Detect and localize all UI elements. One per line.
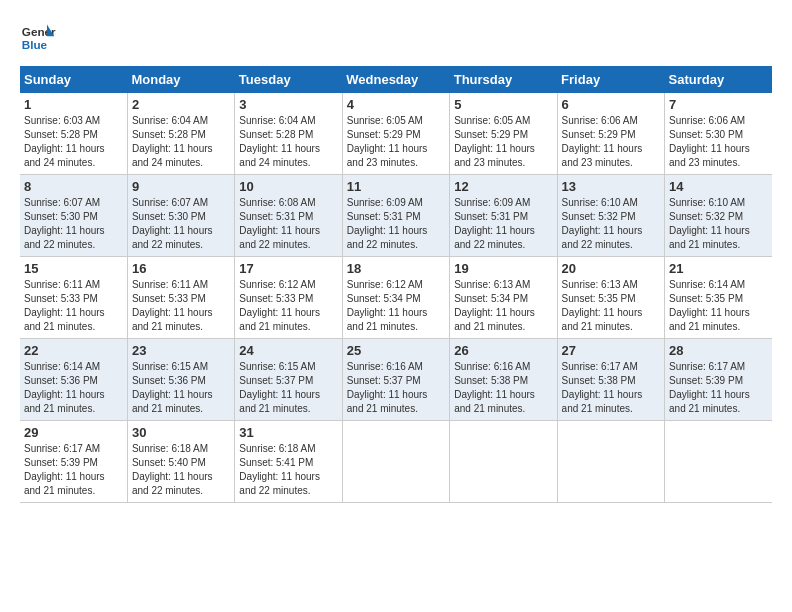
day-info: Sunrise: 6:09 AM Sunset: 5:31 PM Dayligh… (454, 196, 552, 252)
calendar-cell: 16 Sunrise: 6:11 AM Sunset: 5:33 PM Dayl… (127, 257, 234, 339)
day-info: Sunrise: 6:16 AM Sunset: 5:37 PM Dayligh… (347, 360, 445, 416)
week-row-3: 15 Sunrise: 6:11 AM Sunset: 5:33 PM Dayl… (20, 257, 772, 339)
logo: General Blue (20, 20, 56, 56)
day-info: Sunrise: 6:14 AM Sunset: 5:35 PM Dayligh… (669, 278, 768, 334)
week-row-5: 29 Sunrise: 6:17 AM Sunset: 5:39 PM Dayl… (20, 421, 772, 503)
logo-icon: General Blue (20, 20, 56, 56)
day-info: Sunrise: 6:05 AM Sunset: 5:29 PM Dayligh… (347, 114, 445, 170)
day-number: 28 (669, 343, 768, 358)
day-info: Sunrise: 6:15 AM Sunset: 5:37 PM Dayligh… (239, 360, 337, 416)
day-number: 31 (239, 425, 337, 440)
day-info: Sunrise: 6:06 AM Sunset: 5:30 PM Dayligh… (669, 114, 768, 170)
day-number: 11 (347, 179, 445, 194)
day-info: Sunrise: 6:04 AM Sunset: 5:28 PM Dayligh… (132, 114, 230, 170)
calendar-cell: 3 Sunrise: 6:04 AM Sunset: 5:28 PM Dayli… (235, 93, 342, 175)
day-info: Sunrise: 6:05 AM Sunset: 5:29 PM Dayligh… (454, 114, 552, 170)
week-row-2: 8 Sunrise: 6:07 AM Sunset: 5:30 PM Dayli… (20, 175, 772, 257)
day-number: 16 (132, 261, 230, 276)
day-number: 22 (24, 343, 123, 358)
day-number: 29 (24, 425, 123, 440)
header-day-friday: Friday (557, 66, 664, 93)
page-header: General Blue (20, 20, 772, 56)
day-number: 10 (239, 179, 337, 194)
day-info: Sunrise: 6:04 AM Sunset: 5:28 PM Dayligh… (239, 114, 337, 170)
day-number: 3 (239, 97, 337, 112)
calendar-cell: 24 Sunrise: 6:15 AM Sunset: 5:37 PM Dayl… (235, 339, 342, 421)
day-info: Sunrise: 6:17 AM Sunset: 5:39 PM Dayligh… (669, 360, 768, 416)
calendar-cell: 14 Sunrise: 6:10 AM Sunset: 5:32 PM Dayl… (665, 175, 772, 257)
calendar-cell: 5 Sunrise: 6:05 AM Sunset: 5:29 PM Dayli… (450, 93, 557, 175)
day-info: Sunrise: 6:09 AM Sunset: 5:31 PM Dayligh… (347, 196, 445, 252)
day-number: 5 (454, 97, 552, 112)
calendar-cell: 22 Sunrise: 6:14 AM Sunset: 5:36 PM Dayl… (20, 339, 127, 421)
day-info: Sunrise: 6:17 AM Sunset: 5:39 PM Dayligh… (24, 442, 123, 498)
day-number: 17 (239, 261, 337, 276)
day-number: 4 (347, 97, 445, 112)
header-day-thursday: Thursday (450, 66, 557, 93)
day-number: 20 (562, 261, 660, 276)
day-number: 8 (24, 179, 123, 194)
calendar-cell: 23 Sunrise: 6:15 AM Sunset: 5:36 PM Dayl… (127, 339, 234, 421)
calendar-cell: 17 Sunrise: 6:12 AM Sunset: 5:33 PM Dayl… (235, 257, 342, 339)
calendar-cell: 4 Sunrise: 6:05 AM Sunset: 5:29 PM Dayli… (342, 93, 449, 175)
day-number: 27 (562, 343, 660, 358)
calendar-cell: 2 Sunrise: 6:04 AM Sunset: 5:28 PM Dayli… (127, 93, 234, 175)
day-number: 25 (347, 343, 445, 358)
day-info: Sunrise: 6:03 AM Sunset: 5:28 PM Dayligh… (24, 114, 123, 170)
day-info: Sunrise: 6:08 AM Sunset: 5:31 PM Dayligh… (239, 196, 337, 252)
calendar-cell: 8 Sunrise: 6:07 AM Sunset: 5:30 PM Dayli… (20, 175, 127, 257)
day-info: Sunrise: 6:13 AM Sunset: 5:34 PM Dayligh… (454, 278, 552, 334)
calendar-cell (557, 421, 664, 503)
day-number: 26 (454, 343, 552, 358)
calendar-cell: 18 Sunrise: 6:12 AM Sunset: 5:34 PM Dayl… (342, 257, 449, 339)
day-number: 2 (132, 97, 230, 112)
day-info: Sunrise: 6:07 AM Sunset: 5:30 PM Dayligh… (132, 196, 230, 252)
day-info: Sunrise: 6:12 AM Sunset: 5:34 PM Dayligh… (347, 278, 445, 334)
header-day-monday: Monday (127, 66, 234, 93)
header-day-tuesday: Tuesday (235, 66, 342, 93)
day-info: Sunrise: 6:11 AM Sunset: 5:33 PM Dayligh… (132, 278, 230, 334)
day-info: Sunrise: 6:10 AM Sunset: 5:32 PM Dayligh… (669, 196, 768, 252)
day-number: 19 (454, 261, 552, 276)
day-info: Sunrise: 6:18 AM Sunset: 5:41 PM Dayligh… (239, 442, 337, 498)
day-number: 6 (562, 97, 660, 112)
day-info: Sunrise: 6:15 AM Sunset: 5:36 PM Dayligh… (132, 360, 230, 416)
day-number: 12 (454, 179, 552, 194)
calendar-table: SundayMondayTuesdayWednesdayThursdayFrid… (20, 66, 772, 503)
day-info: Sunrise: 6:12 AM Sunset: 5:33 PM Dayligh… (239, 278, 337, 334)
day-number: 1 (24, 97, 123, 112)
day-number: 9 (132, 179, 230, 194)
calendar-cell: 29 Sunrise: 6:17 AM Sunset: 5:39 PM Dayl… (20, 421, 127, 503)
calendar-cell: 31 Sunrise: 6:18 AM Sunset: 5:41 PM Dayl… (235, 421, 342, 503)
day-info: Sunrise: 6:18 AM Sunset: 5:40 PM Dayligh… (132, 442, 230, 498)
day-info: Sunrise: 6:17 AM Sunset: 5:38 PM Dayligh… (562, 360, 660, 416)
day-info: Sunrise: 6:06 AM Sunset: 5:29 PM Dayligh… (562, 114, 660, 170)
calendar-cell: 27 Sunrise: 6:17 AM Sunset: 5:38 PM Dayl… (557, 339, 664, 421)
day-info: Sunrise: 6:10 AM Sunset: 5:32 PM Dayligh… (562, 196, 660, 252)
calendar-cell: 26 Sunrise: 6:16 AM Sunset: 5:38 PM Dayl… (450, 339, 557, 421)
calendar-cell: 15 Sunrise: 6:11 AM Sunset: 5:33 PM Dayl… (20, 257, 127, 339)
day-number: 13 (562, 179, 660, 194)
week-row-1: 1 Sunrise: 6:03 AM Sunset: 5:28 PM Dayli… (20, 93, 772, 175)
calendar-cell (665, 421, 772, 503)
header-day-wednesday: Wednesday (342, 66, 449, 93)
day-number: 24 (239, 343, 337, 358)
calendar-cell: 21 Sunrise: 6:14 AM Sunset: 5:35 PM Dayl… (665, 257, 772, 339)
calendar-cell: 12 Sunrise: 6:09 AM Sunset: 5:31 PM Dayl… (450, 175, 557, 257)
day-info: Sunrise: 6:16 AM Sunset: 5:38 PM Dayligh… (454, 360, 552, 416)
calendar-cell: 9 Sunrise: 6:07 AM Sunset: 5:30 PM Dayli… (127, 175, 234, 257)
week-row-4: 22 Sunrise: 6:14 AM Sunset: 5:36 PM Dayl… (20, 339, 772, 421)
calendar-cell: 7 Sunrise: 6:06 AM Sunset: 5:30 PM Dayli… (665, 93, 772, 175)
calendar-cell: 28 Sunrise: 6:17 AM Sunset: 5:39 PM Dayl… (665, 339, 772, 421)
header-row: SundayMondayTuesdayWednesdayThursdayFrid… (20, 66, 772, 93)
day-number: 23 (132, 343, 230, 358)
day-number: 7 (669, 97, 768, 112)
calendar-cell: 10 Sunrise: 6:08 AM Sunset: 5:31 PM Dayl… (235, 175, 342, 257)
calendar-cell: 19 Sunrise: 6:13 AM Sunset: 5:34 PM Dayl… (450, 257, 557, 339)
day-number: 30 (132, 425, 230, 440)
calendar-cell: 30 Sunrise: 6:18 AM Sunset: 5:40 PM Dayl… (127, 421, 234, 503)
calendar-cell: 6 Sunrise: 6:06 AM Sunset: 5:29 PM Dayli… (557, 93, 664, 175)
calendar-cell: 11 Sunrise: 6:09 AM Sunset: 5:31 PM Dayl… (342, 175, 449, 257)
calendar-cell: 25 Sunrise: 6:16 AM Sunset: 5:37 PM Dayl… (342, 339, 449, 421)
svg-text:Blue: Blue (22, 38, 48, 51)
